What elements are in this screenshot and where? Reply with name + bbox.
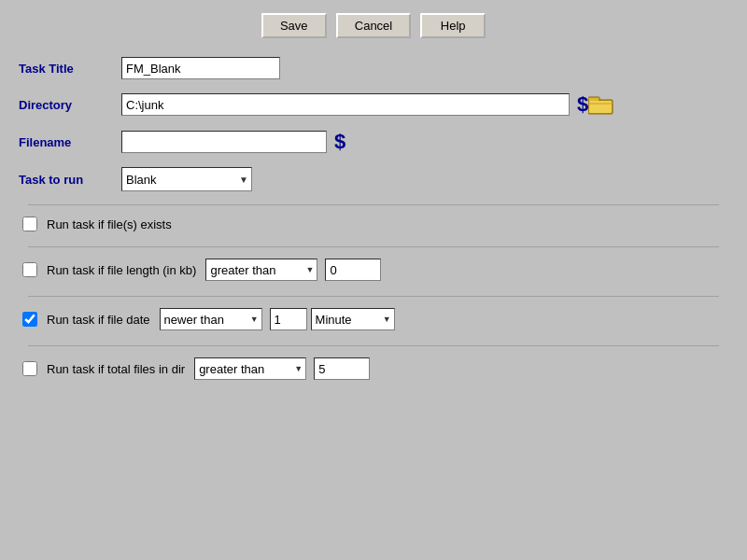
file-date-checkbox[interactable] — [22, 312, 37, 327]
file-date-operator-wrapper: newer than older than — [150, 308, 262, 330]
svg-rect-2 — [589, 101, 612, 113]
file-date-unit-select[interactable]: Minute Hour Day Week Month — [311, 308, 395, 330]
file-date-operator-select[interactable]: newer than older than — [160, 308, 262, 330]
task-title-row: Task Title — [19, 57, 728, 79]
help-button[interactable]: Help — [420, 13, 486, 38]
filename-label: Filename — [19, 135, 121, 149]
file-exists-checkbox[interactable] — [22, 217, 37, 231]
file-length-checkbox[interactable] — [22, 262, 37, 277]
file-exists-row: Run task if file(s) exists — [19, 217, 728, 231]
filename-dollar-icon[interactable]: $ — [334, 130, 345, 154]
total-files-checkbox[interactable] — [22, 361, 37, 376]
divider-2 — [28, 246, 719, 247]
file-length-operator-wrapper: greater than less than equal to — [196, 259, 317, 281]
file-date-value-input[interactable] — [270, 308, 307, 330]
file-exists-label: Run task if file(s) exists — [47, 217, 172, 231]
file-length-label: Run task if file length (in kb) — [47, 263, 196, 277]
divider-4 — [28, 345, 719, 346]
divider-3 — [28, 296, 719, 297]
task-title-label: Task Title — [19, 62, 121, 76]
directory-dollar-icon[interactable]: $ — [577, 92, 588, 117]
directory-row: Directory $ — [19, 92, 728, 117]
filename-row: Filename $ — [19, 130, 728, 154]
file-date-row: Run task if file date newer than older t… — [19, 308, 728, 330]
divider-1 — [28, 204, 719, 205]
file-length-operator-select[interactable]: greater than less than equal to — [205, 259, 317, 281]
total-files-operator-wrapper: greater than less than equal to — [185, 357, 306, 380]
toolbar: Save Cancel Help — [0, 0, 747, 51]
cancel-button[interactable]: Cancel — [336, 13, 411, 38]
filename-input[interactable] — [121, 131, 327, 153]
total-files-operator-select[interactable]: greater than less than equal to — [194, 357, 306, 380]
directory-input[interactable] — [121, 93, 570, 116]
task-to-run-row: Task to run Blank — [19, 167, 728, 191]
total-files-label: Run task if total files in dir — [47, 362, 185, 376]
form-area: Task Title Directory $ Filename $ Task t… — [0, 51, 747, 400]
task-to-run-select-wrapper: Blank — [121, 167, 252, 191]
directory-label: Directory — [19, 98, 121, 112]
total-files-value-input[interactable] — [314, 357, 370, 380]
file-date-unit-wrapper: Minute Hour Day Week Month — [307, 308, 395, 330]
task-to-run-label: Task to run — [19, 173, 121, 187]
task-to-run-select[interactable]: Blank — [121, 167, 252, 191]
total-files-row: Run task if total files in dir greater t… — [19, 357, 728, 380]
folder-icon[interactable] — [588, 94, 614, 115]
save-button[interactable]: Save — [261, 13, 327, 38]
file-date-label: Run task if file date — [47, 313, 150, 327]
task-title-input[interactable] — [121, 57, 280, 79]
file-length-value-input[interactable] — [325, 259, 381, 281]
file-length-row: Run task if file length (in kb) greater … — [19, 259, 728, 281]
